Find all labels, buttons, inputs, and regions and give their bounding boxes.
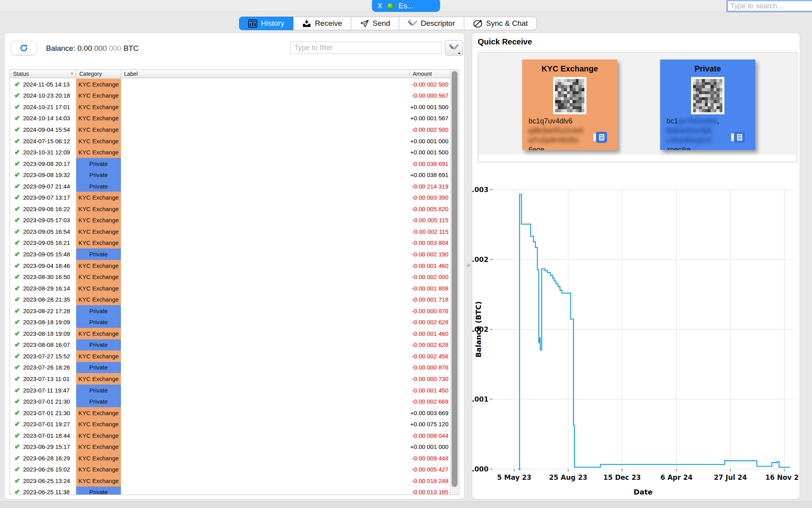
card-title: KYC Exchange (522, 64, 617, 73)
category-cell: Private (76, 169, 121, 181)
copy-address-button[interactable] (596, 132, 608, 144)
category-cell: KYC Exchange (76, 350, 121, 362)
table-row[interactable]: ✔2023-07-13 11:01KYC Exchange-0.00 000 7… (10, 373, 450, 385)
filter-input[interactable] (290, 42, 442, 54)
amount-cell: -0.00 000 730 (410, 375, 450, 382)
table-row[interactable]: ✔2023-07-26 18:26Private-0.00 000 876 (10, 362, 450, 373)
table-row[interactable]: ✔2023-07-27 15:52KYC Exchange-0.00 002 4… (10, 350, 450, 362)
paper-plane-icon (360, 19, 369, 28)
amount-cell: -0.00 002 190 (410, 251, 450, 258)
amount-cell: -0.00 003 804 (410, 239, 450, 246)
amount-cell: -0.00 003 390 (410, 194, 450, 201)
tab-send[interactable]: Send (351, 17, 399, 30)
table-header[interactable]: Statusv Category Label Amount (10, 70, 459, 78)
tab-sync-chat[interactable]: Sync & Chat (464, 17, 537, 30)
quick-receive-hscrollbar[interactable] (479, 155, 797, 162)
x-tick-label: 6 Apr 24 (661, 473, 693, 481)
table-row[interactable]: ✔2023-10-31 12:09KYC Exchange+0.00 001 5… (10, 146, 450, 158)
amount-cell: -0.00 002 669 (410, 398, 450, 405)
balance-chart: 0.0030.0020.0020.0010.0005 May 2325 Aug … (472, 176, 799, 500)
green-check-icon: ✔ (14, 295, 20, 304)
table-row[interactable]: ✔2024-11-05 14:13KYC Exchange-0.00 002 5… (10, 79, 450, 90)
table-row[interactable]: ✔2023-08-08 16:07Private-0.00 002 628 (10, 339, 450, 351)
tx-date: 2024-11-05 14:13 (23, 81, 69, 88)
table-row[interactable]: ✔2023-07-01 19:27KYC Exchange+0.00 075 1… (10, 418, 450, 430)
table-scrollbar[interactable] (450, 70, 459, 495)
table-row[interactable]: ✔2023-08-28 21:35KYC Exchange-0.00 001 7… (10, 294, 450, 305)
table-row[interactable]: ✔2023-09-04 18:46KYC Exchange-0.00 001 4… (10, 260, 450, 271)
table-row[interactable]: ✔2023-08-18 19:09Private-0.00 002 628 (10, 316, 450, 328)
search-input[interactable] (727, 0, 812, 12)
tab-label: Receive (315, 19, 342, 28)
status-cell: ✔2023-08-28 21:35 (10, 295, 76, 304)
column-header-category: Category (76, 70, 121, 78)
table-row[interactable]: ✔2023-07-11 19:47Private-0.00 001 450 (10, 385, 450, 396)
table-row[interactable]: ✔2023-08-22 17:28Private-0.00 000 876 (10, 305, 450, 317)
close-tab-icon[interactable]: X (377, 2, 382, 10)
category-cell: Private (76, 339, 121, 351)
status-cell: ✔2023-09-05 16:21 (10, 239, 76, 247)
category-cell: Private (76, 487, 121, 495)
copy-address-button[interactable] (734, 132, 746, 144)
amount-cell: -0.00 005 115 (410, 217, 450, 223)
tx-date: 2023-09-05 17:03 (23, 217, 70, 223)
category-cell: Private (76, 362, 121, 373)
table-row[interactable]: ✔2023-09-07 13:17KYC Exchange-0.00 003 3… (10, 192, 450, 203)
category-cell: KYC Exchange (76, 464, 121, 475)
window-title-tab[interactable]: X Es... (372, 0, 440, 12)
green-check-icon: ✔ (14, 103, 20, 111)
panel-splitter-handle[interactable] (467, 264, 470, 267)
table-row[interactable]: ✔2023-06-29 15:17KYC Exchange+0.00 001 0… (10, 441, 450, 453)
green-check-icon: ✔ (14, 171, 20, 179)
table-row[interactable]: ✔2024-07-15 06:12KYC Exchange+0.00 001 0… (10, 135, 450, 147)
table-row[interactable]: ✔2023-09-07 21:44Private-0.00 214 319 (10, 181, 450, 192)
status-cell: ✔2023-07-13 11:01 (10, 375, 76, 383)
tab-history[interactable]: History (239, 17, 293, 30)
status-cell: ✔2023-07-27 15:52 (10, 352, 76, 360)
tab-receive[interactable]: Receive (293, 17, 351, 30)
status-cell: ✔2023-09-07 21:44 (10, 182, 76, 190)
table-row[interactable]: ✔2023-06-25 11:38Private-0.00 010 185 (10, 487, 450, 495)
amount-cell: -0.00 005 427 (410, 466, 450, 473)
receive-address[interactable]: bc1q7uv4dlv6q8k3mf0z2vw4a7c2p9r4ht5s6ege (529, 116, 583, 150)
table-row[interactable]: ✔2023-08-30 16:50KYC Exchange-0.00 002 0… (10, 271, 450, 283)
status-cell: ✔2023-07-26 18:26 (10, 363, 76, 371)
table-row[interactable]: ✔2024-09-04 15:54KYC Exchange-0.00 002 5… (10, 124, 450, 135)
status-cell: ✔2023-06-26 15:02 (10, 465, 76, 473)
table-row[interactable]: ✔2023-07-01 21:30Private-0.00 002 669 (10, 396, 450, 407)
table-row[interactable]: ✔2023-09-05 15:48Private-0.00 002 190 (10, 248, 450, 260)
table-row[interactable]: ✔2023-09-05 16:54KYC Exchange-0.00 002 1… (10, 226, 450, 237)
refresh-button[interactable] (11, 41, 37, 55)
qr-code-icon[interactable] (691, 77, 724, 114)
status-cell: ✔2024-10-23 20:18 (10, 91, 76, 100)
table-row[interactable]: ✔2023-09-08 20:17Private-0.00 038 691 (10, 158, 450, 169)
green-check-icon: ✔ (14, 420, 20, 428)
amount-cell: -0.00 009 448 (410, 455, 450, 462)
green-check-icon: ✔ (14, 227, 20, 236)
table-row[interactable]: ✔2024-10-23 20:18KYC Exchange-0.00 000 5… (10, 90, 450, 102)
qr-code-icon[interactable] (553, 77, 586, 114)
table-row[interactable]: ✔2023-06-25 13:24KYC Exchange-0.00 018 2… (10, 475, 450, 487)
table-row[interactable]: ✔2024-10-14 14:03KYC Exchange+0.00 001 5… (10, 113, 450, 124)
transactions-table: Statusv Category Label Amount ✔2024-11-0… (10, 69, 459, 495)
table-row[interactable]: ✔2023-09-05 17:03KYC Exchange-0.00 005 1… (10, 215, 450, 226)
scrollbar-thumb[interactable] (452, 71, 458, 487)
table-row[interactable]: ✔2023-07-01 21:30KYC Exchange+0.00 003 6… (10, 407, 450, 419)
table-row[interactable]: ✔2023-08-18 19:09KYC Exchange-0.00 001 4… (10, 328, 450, 339)
table-row[interactable]: ✔2023-09-08 19:32Private+0.00 038 691 (10, 169, 450, 181)
table-row[interactable]: ✔2023-08-29 16:14KYC Exchange-0.00 001 8… (10, 283, 450, 294)
category-cell: KYC Exchange (76, 328, 121, 339)
filter-options-button[interactable]: ⌄ (445, 40, 463, 56)
table-row[interactable]: ✔2024-10-21 17:01KYC Exchange+0.00 001 5… (10, 101, 450, 113)
receive-address[interactable]: bc1qx7k2m9w,8dkw3mz5j6c4hp8wq2nfzpecike (666, 116, 719, 150)
tx-date: 2023-09-04 18:46 (23, 262, 70, 269)
table-row[interactable]: ✔2023-09-05 16:21KYC Exchange-0.00 003 8… (10, 237, 450, 249)
table-row[interactable]: ✔2023-06-26 15:02KYC Exchange-0.00 005 4… (10, 464, 450, 475)
table-row[interactable]: ✔2023-06-28 16:29KYC Exchange-0.00 009 4… (10, 452, 450, 464)
table-row[interactable]: ✔2023-07-01 18:44KYC Exchange-0.00 008 0… (10, 430, 450, 441)
table-row[interactable]: ✔2023-09-06 16:22KYC Exchange-0.00 005 8… (10, 203, 450, 215)
green-check-icon: ✔ (14, 216, 20, 224)
pen-circle-icon (473, 19, 483, 28)
tab-descriptor[interactable]: Descriptor (399, 17, 464, 30)
status-cell: ✔2023-08-08 16:07 (10, 341, 76, 349)
